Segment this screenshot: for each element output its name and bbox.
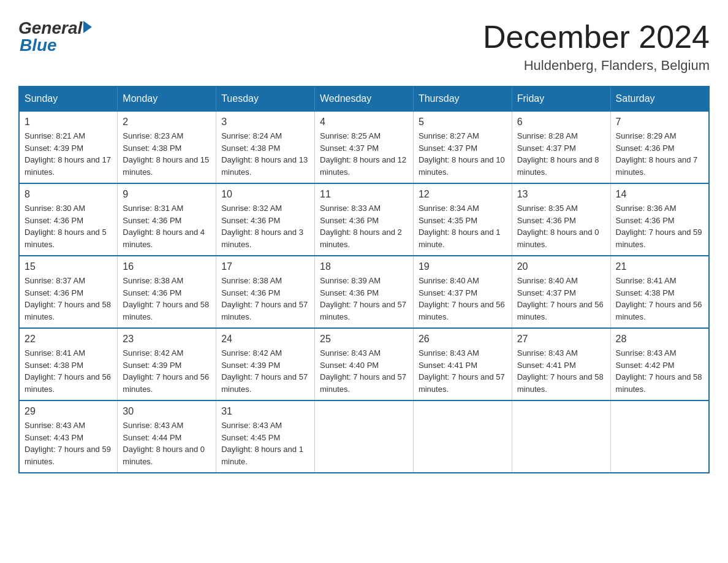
day-info: Sunrise: 8:21 AM Sunset: 4:39 PM Dayligh…: [25, 130, 112, 178]
day-info: Sunrise: 8:34 AM Sunset: 4:35 PM Dayligh…: [419, 202, 507, 250]
day-number: 20: [517, 261, 605, 272]
day-number: 7: [616, 117, 703, 128]
day-info: Sunrise: 8:42 AM Sunset: 4:39 PM Dayligh…: [221, 347, 309, 395]
calendar-day-cell: 31 Sunrise: 8:43 AM Sunset: 4:45 PM Dayl…: [216, 400, 315, 473]
calendar-table: SundayMondayTuesdayWednesdayThursdayFrid…: [18, 86, 710, 473]
calendar-day-cell: 22 Sunrise: 8:41 AM Sunset: 4:38 PM Dayl…: [19, 328, 118, 400]
day-info: Sunrise: 8:29 AM Sunset: 4:36 PM Dayligh…: [616, 130, 703, 178]
day-number: 1: [25, 117, 112, 128]
calendar-day-cell: 23 Sunrise: 8:42 AM Sunset: 4:39 PM Dayl…: [118, 328, 216, 400]
calendar-day-cell: 13 Sunrise: 8:35 AM Sunset: 4:36 PM Dayl…: [512, 183, 610, 256]
header-tuesday: Tuesday: [216, 86, 315, 111]
header-saturday: Saturday: [610, 86, 709, 111]
day-number: 23: [123, 334, 211, 345]
day-number: 11: [320, 189, 408, 200]
day-number: 13: [517, 189, 605, 200]
day-number: 9: [123, 189, 211, 200]
logo: General Blue: [18, 18, 92, 55]
day-number: 21: [616, 261, 703, 272]
day-number: 25: [320, 334, 408, 345]
calendar-day-cell: 9 Sunrise: 8:31 AM Sunset: 4:36 PM Dayli…: [118, 183, 216, 256]
day-number: 4: [320, 117, 408, 128]
day-number: 22: [25, 334, 112, 345]
day-info: Sunrise: 8:43 AM Sunset: 4:45 PM Dayligh…: [221, 419, 309, 467]
calendar-week-row: 15 Sunrise: 8:37 AM Sunset: 4:36 PM Dayl…: [19, 256, 709, 328]
header-wednesday: Wednesday: [315, 86, 414, 111]
logo-arrow-icon: [83, 21, 92, 33]
calendar-day-cell: 19 Sunrise: 8:40 AM Sunset: 4:37 PM Dayl…: [413, 256, 512, 328]
header-sunday: Sunday: [19, 86, 118, 111]
header-friday: Friday: [512, 86, 610, 111]
day-info: Sunrise: 8:30 AM Sunset: 4:36 PM Dayligh…: [25, 202, 112, 250]
calendar-day-cell: 18 Sunrise: 8:39 AM Sunset: 4:36 PM Dayl…: [315, 256, 414, 328]
calendar-day-cell: [512, 400, 610, 473]
calendar-day-cell: 1 Sunrise: 8:21 AM Sunset: 4:39 PM Dayli…: [19, 111, 118, 183]
calendar-day-cell: 26 Sunrise: 8:43 AM Sunset: 4:41 PM Dayl…: [413, 328, 512, 400]
calendar-day-cell: 10 Sunrise: 8:32 AM Sunset: 4:36 PM Dayl…: [216, 183, 315, 256]
day-info: Sunrise: 8:27 AM Sunset: 4:37 PM Dayligh…: [419, 130, 507, 178]
logo-blue-text: Blue: [18, 36, 57, 55]
calendar-day-cell: 28 Sunrise: 8:43 AM Sunset: 4:42 PM Dayl…: [610, 328, 709, 400]
calendar-day-cell: 4 Sunrise: 8:25 AM Sunset: 4:37 PM Dayli…: [315, 111, 414, 183]
day-info: Sunrise: 8:43 AM Sunset: 4:40 PM Dayligh…: [320, 347, 408, 395]
calendar-day-cell: 6 Sunrise: 8:28 AM Sunset: 4:37 PM Dayli…: [512, 111, 610, 183]
day-info: Sunrise: 8:38 AM Sunset: 4:36 PM Dayligh…: [123, 275, 211, 323]
day-info: Sunrise: 8:38 AM Sunset: 4:36 PM Dayligh…: [221, 275, 309, 323]
calendar-day-cell: [610, 400, 709, 473]
calendar-day-cell: 17 Sunrise: 8:38 AM Sunset: 4:36 PM Dayl…: [216, 256, 315, 328]
calendar-day-cell: 8 Sunrise: 8:30 AM Sunset: 4:36 PM Dayli…: [19, 183, 118, 256]
day-info: Sunrise: 8:28 AM Sunset: 4:37 PM Dayligh…: [517, 130, 605, 178]
day-info: Sunrise: 8:43 AM Sunset: 4:41 PM Dayligh…: [419, 347, 507, 395]
day-number: 2: [123, 117, 211, 128]
day-number: 8: [25, 189, 112, 200]
calendar-day-cell: 12 Sunrise: 8:34 AM Sunset: 4:35 PM Dayl…: [413, 183, 512, 256]
day-number: 16: [123, 261, 211, 272]
day-info: Sunrise: 8:43 AM Sunset: 4:42 PM Dayligh…: [616, 347, 703, 395]
calendar-day-cell: 21 Sunrise: 8:41 AM Sunset: 4:38 PM Dayl…: [610, 256, 709, 328]
calendar-day-cell: 20 Sunrise: 8:40 AM Sunset: 4:37 PM Dayl…: [512, 256, 610, 328]
day-number: 15: [25, 261, 112, 272]
day-number: 27: [517, 334, 605, 345]
day-number: 28: [616, 334, 703, 345]
calendar-header-row: SundayMondayTuesdayWednesdayThursdayFrid…: [19, 86, 709, 111]
calendar-week-row: 22 Sunrise: 8:41 AM Sunset: 4:38 PM Dayl…: [19, 328, 709, 400]
day-number: 29: [25, 406, 112, 417]
day-number: 14: [616, 189, 703, 200]
day-number: 30: [123, 406, 211, 417]
calendar-day-cell: 29 Sunrise: 8:43 AM Sunset: 4:43 PM Dayl…: [19, 400, 118, 473]
day-info: Sunrise: 8:43 AM Sunset: 4:43 PM Dayligh…: [25, 419, 112, 467]
calendar-week-row: 29 Sunrise: 8:43 AM Sunset: 4:43 PM Dayl…: [19, 400, 709, 473]
calendar-day-cell: 2 Sunrise: 8:23 AM Sunset: 4:38 PM Dayli…: [118, 111, 216, 183]
calendar-day-cell: [315, 400, 414, 473]
header-monday: Monday: [118, 86, 216, 111]
calendar-day-cell: 16 Sunrise: 8:38 AM Sunset: 4:36 PM Dayl…: [118, 256, 216, 328]
day-number: 19: [419, 261, 507, 272]
title-block: December 2024 Huldenberg, Flanders, Belg…: [483, 18, 710, 74]
day-number: 31: [221, 406, 309, 417]
location-subtitle: Huldenberg, Flanders, Belgium: [483, 58, 710, 74]
day-info: Sunrise: 8:40 AM Sunset: 4:37 PM Dayligh…: [419, 275, 507, 323]
day-info: Sunrise: 8:33 AM Sunset: 4:36 PM Dayligh…: [320, 202, 408, 250]
calendar-day-cell: 7 Sunrise: 8:29 AM Sunset: 4:36 PM Dayli…: [610, 111, 709, 183]
calendar-day-cell: 15 Sunrise: 8:37 AM Sunset: 4:36 PM Dayl…: [19, 256, 118, 328]
day-info: Sunrise: 8:36 AM Sunset: 4:36 PM Dayligh…: [616, 202, 703, 250]
day-number: 17: [221, 261, 309, 272]
day-info: Sunrise: 8:37 AM Sunset: 4:36 PM Dayligh…: [25, 275, 112, 323]
day-number: 24: [221, 334, 309, 345]
day-number: 26: [419, 334, 507, 345]
day-info: Sunrise: 8:43 AM Sunset: 4:44 PM Dayligh…: [123, 419, 211, 467]
day-number: 5: [419, 117, 507, 128]
calendar-day-cell: 27 Sunrise: 8:43 AM Sunset: 4:41 PM Dayl…: [512, 328, 610, 400]
day-number: 6: [517, 117, 605, 128]
day-info: Sunrise: 8:23 AM Sunset: 4:38 PM Dayligh…: [123, 130, 211, 178]
calendar-week-row: 1 Sunrise: 8:21 AM Sunset: 4:39 PM Dayli…: [19, 111, 709, 183]
calendar-day-cell: 11 Sunrise: 8:33 AM Sunset: 4:36 PM Dayl…: [315, 183, 414, 256]
page-header: General Blue December 2024 Huldenberg, F…: [18, 18, 710, 74]
calendar-day-cell: 25 Sunrise: 8:43 AM Sunset: 4:40 PM Dayl…: [315, 328, 414, 400]
day-info: Sunrise: 8:43 AM Sunset: 4:41 PM Dayligh…: [517, 347, 605, 395]
day-info: Sunrise: 8:40 AM Sunset: 4:37 PM Dayligh…: [517, 275, 605, 323]
calendar-day-cell: 14 Sunrise: 8:36 AM Sunset: 4:36 PM Dayl…: [610, 183, 709, 256]
day-number: 12: [419, 189, 507, 200]
day-info: Sunrise: 8:35 AM Sunset: 4:36 PM Dayligh…: [517, 202, 605, 250]
day-info: Sunrise: 8:32 AM Sunset: 4:36 PM Dayligh…: [221, 202, 309, 250]
